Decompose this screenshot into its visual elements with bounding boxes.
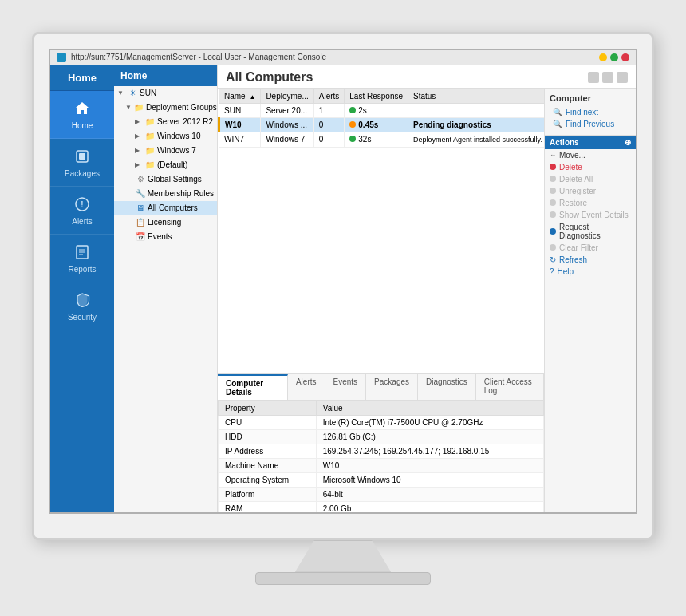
table-row[interactable]: SUN Server 20... 1 2s	[219, 103, 545, 117]
action-show-event-details-label: Show Event Details	[559, 211, 629, 219]
tree-item-sun-label: SUN	[140, 89, 156, 97]
property-value: W10	[316, 458, 543, 472]
action-help[interactable]: ? Help	[545, 266, 636, 278]
tree-item-windows10[interactable]: ▶ 📁 Windows 10	[114, 129, 217, 144]
alerts-icon: !	[73, 195, 92, 214]
cell-status: Deployment Agent installed successfully.…	[408, 132, 544, 147]
page-title: All Computers	[226, 70, 313, 85]
sidebar-item-home[interactable]: Home	[50, 91, 114, 139]
sidebar-item-home-label: Home	[72, 121, 93, 130]
tree-item-events[interactable]: 📅 Events	[114, 230, 217, 244]
table-row[interactable]: W10 Windows ... 0 0.45s Pending diagnost…	[219, 117, 545, 132]
computer-section-title: Computer	[550, 93, 631, 103]
window-controls	[599, 53, 629, 61]
table-row[interactable]: WIN7 Windows 7 0 32s Deployment Agent in…	[219, 132, 545, 147]
unregister-icon	[550, 188, 556, 194]
find-next-button[interactable]: 🔍 Find next	[550, 106, 631, 118]
sidebar-item-packages-label: Packages	[65, 169, 100, 178]
property-value: Microsoft Windows 10	[316, 472, 543, 487]
sidebar-item-security[interactable]: Security	[50, 282, 114, 330]
property-label: HDD	[219, 429, 317, 444]
actions-expand-icon[interactable]: ⊕	[625, 138, 631, 147]
computers-table: Name ▲ Deployme... Alerts Last Response …	[218, 89, 544, 148]
tree-item-all-computers[interactable]: 🖥 All Computers	[114, 201, 217, 215]
tab-events[interactable]: Events	[325, 374, 367, 400]
folder-icon: 📁	[144, 160, 156, 171]
tree-item-global-settings[interactable]: ⚙ Global Settings	[114, 172, 217, 187]
tree-item-server2012[interactable]: ▶ 📁 Server 2012 R2	[114, 115, 217, 129]
cell-name: W10	[219, 117, 261, 132]
close-panel-button[interactable]	[617, 72, 628, 83]
sidebar-nav: Home Home	[50, 65, 114, 512]
tree-item-deployment-groups-label: Deployment Groups	[146, 103, 217, 112]
monitor: http://sun:7751/ManagementServer - Local…	[32, 32, 654, 585]
center-area: Name ▲ Deployme... Alerts Last Response …	[218, 89, 544, 512]
folder-icon: 📁	[144, 131, 156, 142]
folder-icon: 📁	[133, 102, 144, 113]
sidebar-item-reports[interactable]: Reports	[50, 235, 114, 282]
minimize-panel-button[interactable]	[588, 72, 599, 83]
actions-title: Actions	[550, 138, 579, 147]
tab-bar: Computer Details Alerts Events Packages …	[218, 374, 544, 401]
window-icon-buttons	[588, 72, 628, 83]
tab-alerts[interactable]: Alerts	[288, 374, 325, 400]
cell-last-response: 32s	[345, 132, 408, 147]
tree-item-licensing-label: Licensing	[148, 218, 181, 227]
title-bar: http://sun:7751/ManagementServer - Local…	[50, 50, 636, 65]
computers-icon: 🖥	[135, 203, 146, 214]
refresh-icon: ↻	[550, 255, 556, 264]
sidebar-item-security-label: Security	[68, 313, 97, 322]
status-dot-green	[349, 136, 356, 142]
tree-item-sun[interactable]: ▼ ☀ SUN	[114, 86, 217, 101]
action-clear-filter-label: Clear Filter	[559, 243, 598, 252]
col-name[interactable]: Name ▲	[219, 89, 261, 103]
action-move[interactable]: ↔ Move...	[545, 149, 636, 161]
detail-row: Operating System Microsoft Windows 10	[219, 472, 544, 487]
detail-row: CPU Intel(R) Core(TM) i7-7500U CPU @ 2.7…	[219, 415, 544, 429]
main-content: All Computers	[218, 65, 636, 512]
tree-arrow: ▼	[125, 104, 132, 111]
tree-item-membership[interactable]: 🔧 Membership Rules	[114, 187, 217, 201]
action-delete-all: Delete All	[545, 173, 636, 185]
cell-deployment: Server 20...	[261, 103, 313, 117]
tab-computer-details[interactable]: Computer Details	[218, 374, 288, 400]
cell-deployment: Windows ...	[261, 117, 313, 132]
tree-item-windows7[interactable]: ▶ 📁 Windows 7	[114, 144, 217, 158]
monitor-base	[255, 572, 431, 585]
sidebar-item-alerts-label: Alerts	[72, 217, 93, 226]
tree-item-deployment-groups[interactable]: ▼ 📁 Deployment Groups	[114, 101, 217, 115]
col-last-response[interactable]: Last Response	[345, 89, 408, 103]
close-button[interactable]	[621, 53, 629, 61]
tree-item-licensing[interactable]: 📋 Licensing	[114, 215, 217, 230]
action-delete[interactable]: Delete	[545, 161, 636, 173]
col-status[interactable]: Status	[408, 89, 544, 103]
cell-alerts: 1	[313, 103, 345, 117]
minimize-button[interactable]	[599, 53, 607, 61]
action-refresh[interactable]: ↻ Refresh	[545, 254, 636, 266]
sidebar-item-packages[interactable]: Packages	[50, 139, 114, 187]
sidebar-item-alerts[interactable]: ! Alerts	[50, 187, 114, 235]
page-title-bar: All Computers	[218, 65, 636, 89]
actions-header: Actions ⊕	[545, 136, 636, 149]
detail-table-area: Property Value CPU Intel(R) Core(TM) i7-	[218, 401, 544, 512]
tree-item-events-label: Events	[148, 232, 172, 241]
restore-panel-button[interactable]	[602, 72, 613, 83]
tab-packages[interactable]: Packages	[366, 374, 418, 400]
property-value: 169.254.37.245; 169.254.45.177; 192.168.…	[316, 444, 543, 458]
action-request-diagnostics[interactable]: Request Diagnostics	[545, 221, 636, 242]
col-deployment[interactable]: Deployme...	[261, 89, 313, 103]
col-alerts[interactable]: Alerts	[313, 89, 345, 103]
computers-table-area: Name ▲ Deployme... Alerts Last Response …	[218, 89, 544, 373]
tree-item-default[interactable]: ▶ 📁 (Default)	[114, 158, 217, 172]
monitor-frame: http://sun:7751/ManagementServer - Local…	[32, 32, 654, 540]
property-value: 64-bit	[316, 487, 543, 501]
home-icon	[73, 99, 92, 118]
tree-header: Home	[114, 65, 217, 86]
sun-icon: ☀	[127, 88, 138, 99]
tree-item-membership-label: Membership Rules	[148, 189, 214, 198]
tab-client-access-log[interactable]: Client Access Log	[476, 374, 544, 400]
tab-diagnostics[interactable]: Diagnostics	[418, 374, 476, 400]
find-previous-button[interactable]: 🔍 Find Previous	[550, 118, 631, 130]
action-unregister-label: Unregister	[559, 187, 596, 195]
maximize-button[interactable]	[610, 53, 618, 61]
